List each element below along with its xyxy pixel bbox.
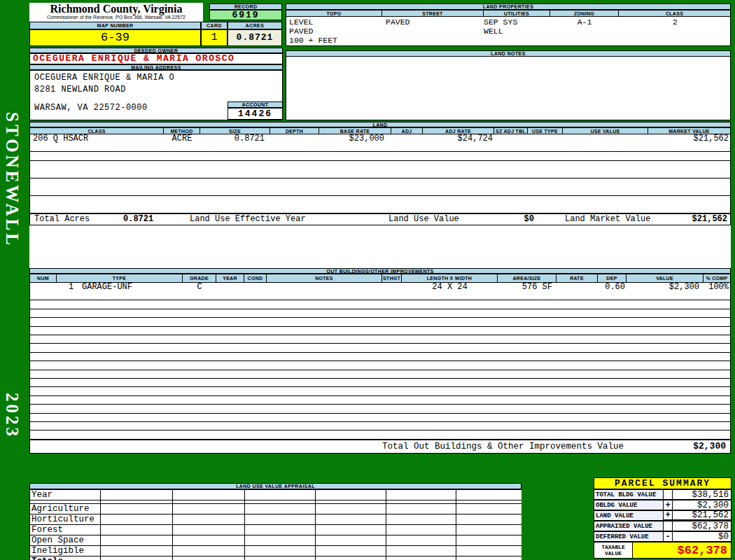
outbuildings-title: OUT BUILDINGS/OTHER IMPROVEMENTS: [29, 268, 731, 274]
land-col-use-type: USE TYPE: [527, 127, 562, 134]
land-notes-title: LAND NOTES: [286, 50, 731, 57]
outbuildings-total-row: Total Out Buildings & Other Improvements…: [29, 440, 731, 454]
acres-label: ACRES: [227, 22, 282, 29]
ob-row-dep: 0.60: [570, 283, 625, 292]
appraisal-row-totals: Totals: [30, 556, 101, 560]
land-section-title: LAND: [29, 122, 731, 127]
parcel-summary-title: PARCEL SUMMARY: [594, 477, 732, 489]
land-use-value-label: Land Use Value: [388, 214, 459, 225]
ps-row-land: LAND VALUE + $21,562: [594, 510, 732, 522]
land-data-row: 206 Q HSACR ACRE 0.8721 $23,000 $24,724 …: [29, 134, 731, 144]
ps-obldg-sign: +: [664, 500, 673, 510]
ob-row-length-width: 24 X 24: [402, 283, 498, 292]
outbuildings-column-headers: NUM TYPE GRADE YEAR COND NOTES STHGT LEN…: [29, 274, 731, 283]
street-value: PAVED: [386, 18, 410, 27]
utilities-value-2: WELL: [484, 27, 503, 36]
ob-col-year: YEAR: [216, 274, 244, 283]
land-use-effective-year-label: Land Use Effective Year: [190, 214, 306, 225]
land-row-class: 206 Q HSACR: [33, 134, 88, 144]
ps-land-sign: +: [664, 510, 673, 521]
col-zoning: ZONING: [550, 10, 618, 17]
land-use-value: $0: [478, 214, 534, 225]
appraisal-row-agriculture: Agriculture: [30, 504, 101, 514]
ob-col-sthgt: STHGT: [382, 274, 401, 283]
land-section-blank-area: [29, 225, 731, 268]
ps-row-obldg: OBLDG VALUE + $2,300: [594, 500, 732, 510]
outbuildings-total-label: Total Out Buildings & Other Improvements…: [382, 440, 624, 453]
land-row-base-rate: $23,000: [319, 134, 384, 144]
land-row-market-value: $21,562: [648, 134, 729, 144]
ps-appraised-label: APPRAISED VALUE: [594, 521, 664, 531]
property-record-card: STONEWALL 2023 Richmond County, Virginia…: [0, 0, 735, 560]
record-value: 6919: [209, 10, 282, 20]
ps-row-taxable: TAXABLE VALUE $62,378: [594, 542, 732, 559]
outbuildings-empty-rows: [29, 292, 731, 440]
appraisal-table: Year Agriculture Horticulture Forest Ope…: [29, 489, 522, 560]
ob-col-rate: RATE: [556, 274, 597, 283]
ob-col-cond: COND: [244, 274, 266, 283]
land-col-adj: ADJ: [391, 127, 422, 134]
outbuildings-data-row: 1 GARAGE-UNF C 24 X 24 576 SF 0.60 $2,30…: [29, 283, 731, 292]
ob-row-num: 1: [69, 283, 74, 292]
land-row-size: 0.8721: [200, 134, 265, 144]
land-properties-values: LEVEL PAVED 100 + FEET PAVED SEP SYS WEL…: [286, 17, 731, 46]
ob-row-grade: C: [183, 283, 216, 292]
appraisal-row-forest: Forest: [30, 525, 101, 536]
ps-appraised-value: $62,378: [673, 521, 732, 531]
ps-total-bldg-sign: [664, 489, 673, 500]
outbuildings-total-value: $2,300: [693, 440, 726, 453]
deeded-owner-name: OCEGUERA ENRIQUE & MARIA OROSCO: [29, 53, 283, 64]
mailing-line-2: 8281 NEWLAND ROAD: [34, 85, 126, 94]
map-number-label: MAP NUMBER: [29, 22, 201, 29]
mailing-line-3: WARSAW, VA 22572-0000: [34, 103, 148, 113]
ob-row-type: GARAGE-UNF: [82, 283, 132, 292]
tax-year-vertical: 2023: [2, 393, 22, 439]
total-acres-label: Total Acres: [34, 214, 90, 225]
ps-deferred-value: $0: [673, 531, 732, 542]
appraisal-grid: Year Agriculture Horticulture Forest Ope…: [29, 489, 522, 560]
land-market-value: $21,562: [692, 214, 727, 225]
ob-col-num: NUM: [29, 274, 56, 283]
ps-row-appraised: APPRAISED VALUE $62,378: [594, 521, 732, 531]
col-street: STREET: [382, 10, 483, 17]
col-class: CLASS: [618, 10, 731, 17]
appraisal-title: LAND USE VALUE APPRAISAL: [29, 483, 522, 489]
topo-value-1: LEVEL: [289, 18, 314, 27]
district-name-vertical: STONEWALL: [2, 112, 22, 248]
ps-total-bldg-value: $38,516: [673, 489, 732, 500]
land-properties-title: LAND PROPERTIES: [286, 4, 731, 10]
ps-appraised-sign: [664, 521, 673, 531]
county-title: Richmond County, Virginia: [29, 3, 203, 15]
record-label: RECORD: [209, 4, 282, 10]
utilities-value-1: SEP SYS: [484, 18, 517, 27]
zoning-value: A-1: [550, 18, 619, 27]
topo-value-3: 100 + FEET: [289, 36, 337, 45]
mailing-line-1: OCEGUERA ENRIQUE & MARIA O: [34, 73, 174, 83]
ps-obldg-label: OBLDG VALUE: [594, 500, 664, 510]
ps-row-deferred: DEFERRED VALUE - $0: [594, 531, 732, 542]
ps-obldg-value: $2,300: [673, 500, 732, 510]
class-value: 2: [619, 18, 732, 27]
account-value: 14426: [227, 108, 283, 120]
land-col-use-value: USE VALUE: [562, 127, 648, 134]
ps-total-bldg-label: TOTAL BLDG VALUE: [594, 489, 664, 500]
ps-land-value: $21,562: [673, 510, 732, 521]
appraisal-row-open-space: Open Space: [30, 536, 101, 546]
land-col-depth: DEPTH: [270, 127, 318, 134]
land-totals-row: Total Acres 0.8721 Land Use Effective Ye…: [29, 214, 731, 225]
county-subtitle: Commissioner of the Revenue, PO Box 366,…: [29, 15, 203, 20]
ps-deferred-sign: -: [664, 531, 673, 542]
col-topo: TOPO: [286, 10, 382, 17]
land-empty-rows: [29, 144, 731, 214]
land-col-sz-adj-tbl: SZ ADJ TBL: [493, 127, 527, 134]
appraisal-row-ineligible: Ineligible: [30, 546, 101, 556]
ps-row-total-bldg: TOTAL BLDG VALUE $38,516: [594, 489, 732, 500]
ps-taxable-value: $62,378: [633, 542, 732, 559]
account-label: ACCOUNT: [227, 102, 283, 108]
card-value: 1: [201, 29, 227, 46]
land-market-value-label: Land Market Value: [565, 214, 650, 225]
land-properties-column-headers: TOPO STREET UTILITIES ZONING CLASS: [286, 10, 731, 17]
map-number-value: 6-39: [29, 29, 201, 46]
ob-row-area: 576 SF: [498, 283, 552, 292]
col-utilities: UTILITIES: [483, 10, 550, 17]
